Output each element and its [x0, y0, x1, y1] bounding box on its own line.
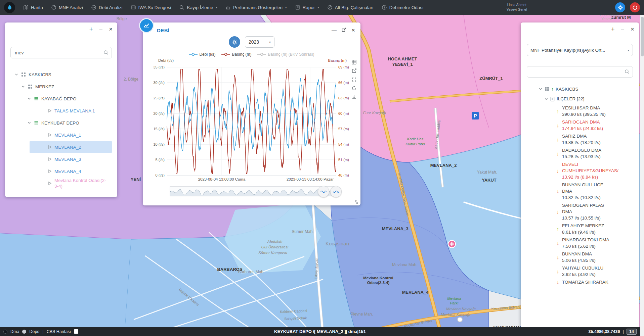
- chevron-down-icon[interactable]: [14, 73, 18, 77]
- tree-search-input[interactable]: [10, 47, 112, 58]
- nav-item-performans-g-stergeleri[interactable]: Performans Göstergeleri▾: [225, 5, 287, 10]
- play-icon: [48, 181, 52, 185]
- nav-item-debi-analizi[interactable]: Debi Analizi: [91, 5, 123, 10]
- legend-item-bas-n-m[interactable]: Basınç (m): [221, 52, 251, 57]
- tree-item-mevlana-kontrol-odas-2-3-4[interactable]: Mevlana Kontrol Odası(2-3-4): [30, 177, 112, 189]
- settings-button[interactable]: [615, 2, 625, 12]
- tree-item-kaskicbs[interactable]: KASKICBS: [14, 68, 112, 81]
- tree-item-keykubat-depo[interactable]: KEYKUBAT DEPO: [27, 117, 112, 129]
- nav-item-label: Kayıp İzleme: [187, 5, 213, 10]
- resize-handle[interactable]: [354, 200, 358, 204]
- up-arrow-icon: ↑: [555, 108, 561, 114]
- nav-item-kay-p-i-zleme[interactable]: Kayıp İzleme▾: [179, 5, 217, 10]
- navigator-handle-right[interactable]: [330, 186, 342, 197]
- dma-item-text: TOMARZA SIHRARAK: [562, 279, 608, 285]
- refresh-icon[interactable]: [351, 86, 357, 91]
- hospital-icon: [448, 240, 456, 248]
- chevron-down-icon[interactable]: [21, 85, 25, 89]
- chevron-down-icon[interactable]: [27, 121, 31, 125]
- dma-item-tomarza-sihrarak[interactable]: ↓TOMARZA SIHRARAK: [555, 279, 633, 285]
- chart-range-navigator[interactable]: [170, 186, 336, 196]
- scrollbar-thumb[interactable]: [641, 17, 644, 56]
- dma-item-bunyan-gulluce-dma[interactable]: ↓BUNYAN GULLUCE DMA10.82 l/s (10.82 l/s): [555, 182, 633, 201]
- legend-item-bas-n-m-bkv-sonras[interactable]: Basınç (m) (BKV Sonrası): [257, 52, 314, 57]
- metric-select[interactable]: MNF Potansiyel Kayıp(l/s)[Aylık Ort... ▾: [527, 44, 633, 56]
- grid-icon: [21, 72, 26, 77]
- map-label-mevlana-2: MEVLANA_2: [430, 163, 457, 168]
- dma-item-develi-cumhuriyet-guneyas[interactable]: ↓DEVELI CUMHURIYET&GUNEYAS/13.92 l/s (8.…: [555, 161, 633, 180]
- panel-add-button[interactable]: +: [89, 26, 93, 32]
- down-arrow-icon: ↓: [555, 123, 561, 128]
- popout-icon[interactable]: [351, 68, 357, 74]
- nav-item-label: Performans Göstergeleri: [233, 5, 283, 10]
- dma-item-felahiye-merkez[interactable]: ↑FELAHIYE MERKEZ8.61 l/s (9.46 l/s): [555, 223, 633, 235]
- power-button[interactable]: [630, 2, 640, 12]
- dma-item-text: SARIOGLAN DMA174.94 l/s (24.92 l/s): [562, 119, 603, 132]
- tree-item-mevlana-3[interactable]: MEVLANA_3: [30, 153, 112, 165]
- tree-item-ilceler[interactable]: İLÇELER [22]: [544, 96, 633, 101]
- navigator-handle-left[interactable]: [318, 186, 329, 197]
- chevron-down-icon[interactable]: [27, 97, 31, 101]
- dma-legend-label: Dma: [10, 329, 19, 334]
- dma-item-text: BUNYAN GULLUCE DMA10.82 l/s (10.82 l/s): [562, 182, 612, 201]
- panel-minimize-button[interactable]: −: [621, 26, 625, 32]
- user-line2: Yesevi Genel: [507, 7, 527, 12]
- info-icon: [382, 5, 387, 10]
- minimize-button[interactable]: —: [332, 28, 337, 33]
- nav-item-alt-blg-al-malar[interactable]: Alt Blg. Çalışmaları: [327, 5, 374, 10]
- dma-item-pinarbasi-toki-dma[interactable]: ↓PINARBASI TOKI DMA7.50 l/s (5.62 l/s): [555, 237, 633, 249]
- panel-close-button[interactable]: ×: [109, 26, 113, 32]
- chart-plot[interactable]: 35 (l/s)69 (m)30 (l/s)66 (m)25 (l/s)63 (…: [143, 58, 360, 185]
- dma-item-sarioglan-dma[interactable]: ↓SARIOGLAN DMA174.94 l/s (24.92 l/s): [555, 119, 633, 132]
- panel-close-button[interactable]: ×: [631, 26, 634, 32]
- tree-item-kaskicbs[interactable]: ↑ KASKICBS: [539, 86, 633, 92]
- map-label-mevlana-kav-a: Mevlana Kavşağı: [441, 313, 470, 317]
- document-icon: [550, 97, 555, 101]
- close-button[interactable]: ×: [351, 27, 355, 33]
- tree-item-mevlana-1[interactable]: MEVLANA_1: [30, 129, 112, 141]
- chevron-down-icon[interactable]: [539, 87, 543, 91]
- data-table-icon[interactable]: [351, 59, 357, 65]
- dma-item-value: 3.92 l/s (3.92 l/s): [562, 271, 603, 278]
- chevron-down-icon[interactable]: [544, 97, 548, 101]
- maximize-button[interactable]: [342, 28, 346, 33]
- search-icon: [625, 69, 630, 76]
- app-logo[interactable]: [4, 2, 15, 13]
- tree-item-mevlana-4[interactable]: MEVLANA_4: [30, 165, 112, 177]
- tree-item-merkez[interactable]: MERKEZ: [21, 81, 112, 93]
- roundabout-icon: [458, 317, 462, 322]
- dma-item-yesilhisar-dma[interactable]: ↑YESILHISAR DMA390.90 l/s (395.35 l/s): [555, 105, 633, 117]
- dma-item-sarioglan-palas-dma[interactable]: ↓SARIOGLAN PALAS DMA10.57 l/s (10.55 l/s…: [555, 202, 633, 221]
- dma-item-sariz-dma[interactable]: ↓SARIZ DMA19.88 l/s (18.20 l/s): [555, 133, 633, 146]
- tree-item-mevlana-2[interactable]: MEVLANA_2: [30, 141, 112, 153]
- dma-item-yahyali-cubuklu[interactable]: ↓YAHYALI CUBUKLU3.92 l/s (3.92 l/s): [555, 265, 633, 278]
- nav-item-mnf-analizi[interactable]: MNF Analizi: [51, 5, 83, 10]
- tree-item-label: TALAS MEVLANA 1: [54, 108, 95, 114]
- nav-item-harita[interactable]: Harita: [23, 5, 43, 10]
- chart-settings-button[interactable]: [229, 36, 240, 48]
- meter-icon: [91, 5, 96, 10]
- pressure-series-line[interactable]: [167, 69, 336, 174]
- tree-item-kayaba-depo[interactable]: KAYABAĞ DEPO: [27, 93, 112, 105]
- tree-item-talas-mevlana-1[interactable]: TALAS MEVLANA 1: [30, 105, 112, 117]
- page-scrollbar[interactable]: [640, 15, 644, 336]
- fullscreen-icon[interactable]: [351, 77, 357, 82]
- panel-minimize-button[interactable]: −: [99, 26, 103, 32]
- panel-add-button[interactable]: +: [611, 26, 615, 32]
- region-blue-southwest[interactable]: [0, 233, 131, 336]
- cbs-map-checkbox[interactable]: [74, 329, 78, 334]
- legend-item-debi-l-s[interactable]: Debi (l/s): [189, 52, 215, 57]
- nav-item-rapor[interactable]: Rapor▾: [295, 5, 319, 10]
- dma-search-input[interactable]: [527, 66, 633, 78]
- layers-tree: KASKICBSMERKEZKAYABAĞ DEPOTALAS MEVLANA …: [10, 68, 112, 189]
- dma-item-bunyan-dma[interactable]: ↓BUNYAN DMA5.06 l/s (4.85 l/s): [555, 251, 633, 263]
- nav-item-iwa-su-dengesi[interactable]: IWA Su Dengesi: [131, 5, 171, 10]
- parking-icon: P: [472, 112, 479, 119]
- chevron-down-icon: ▾: [269, 40, 271, 44]
- year-select[interactable]: 2023 ▾: [245, 36, 274, 48]
- dma-item-value: 390.90 l/s (395.35 l/s): [562, 111, 606, 117]
- nav-item-debimetre-odas[interactable]: Debimetre Odası: [382, 5, 424, 10]
- dma-item-dadaloglu-dma[interactable]: ↓DADALOGLU DMA15.28 l/s (13.93 l/s): [555, 147, 633, 160]
- nav-item-label: Rapor: [303, 5, 315, 10]
- download-icon[interactable]: [351, 94, 357, 100]
